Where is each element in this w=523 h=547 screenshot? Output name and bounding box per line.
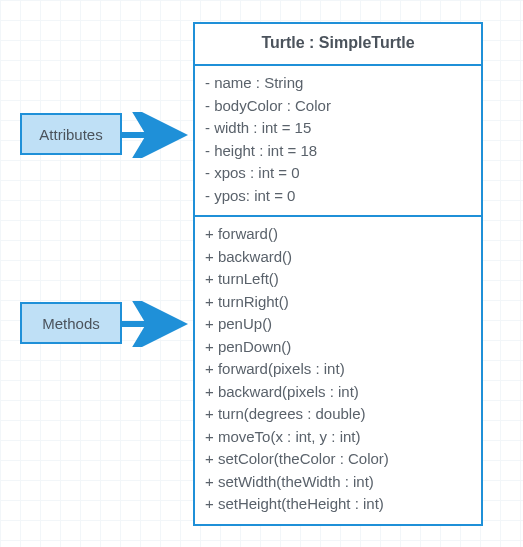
uml-attribute-row: - ypos: int = 0 [205, 185, 471, 208]
uml-attributes-section: - name : String - bodyColor : Color - wi… [195, 66, 481, 215]
uml-attribute-row: - width : int = 15 [205, 117, 471, 140]
arrow-icon [122, 301, 194, 347]
uml-methods-section: + forward() + backward() + turnLeft() + … [195, 215, 481, 524]
uml-method-row: + backward(pixels : int) [205, 381, 471, 404]
uml-method-row: + penUp() [205, 313, 471, 336]
uml-attribute-row: - height : int = 18 [205, 140, 471, 163]
attributes-label-box: Attributes [20, 113, 122, 155]
uml-method-row: + setColor(theColor : Color) [205, 448, 471, 471]
attributes-label-text: Attributes [39, 126, 102, 143]
uml-method-row: + setWidth(theWidth : int) [205, 471, 471, 494]
uml-method-row: + moveTo(x : int, y : int) [205, 426, 471, 449]
methods-label-text: Methods [42, 315, 100, 332]
arrow-icon [122, 112, 194, 158]
uml-method-row: + turn(degrees : double) [205, 403, 471, 426]
uml-method-row: + forward(pixels : int) [205, 358, 471, 381]
uml-method-row: + penDown() [205, 336, 471, 359]
uml-class-box: Turtle : SimpleTurtle - name : String - … [193, 22, 483, 526]
uml-attribute-row: - name : String [205, 72, 471, 95]
uml-attribute-row: - bodyColor : Color [205, 95, 471, 118]
uml-attribute-row: - xpos : int = 0 [205, 162, 471, 185]
uml-method-row: + backward() [205, 246, 471, 269]
uml-method-row: + setHeight(theHeight : int) [205, 493, 471, 516]
methods-label-box: Methods [20, 302, 122, 344]
uml-method-row: + turnRight() [205, 291, 471, 314]
uml-method-row: + forward() [205, 223, 471, 246]
uml-class-title: Turtle : SimpleTurtle [195, 24, 481, 66]
uml-method-row: + turnLeft() [205, 268, 471, 291]
